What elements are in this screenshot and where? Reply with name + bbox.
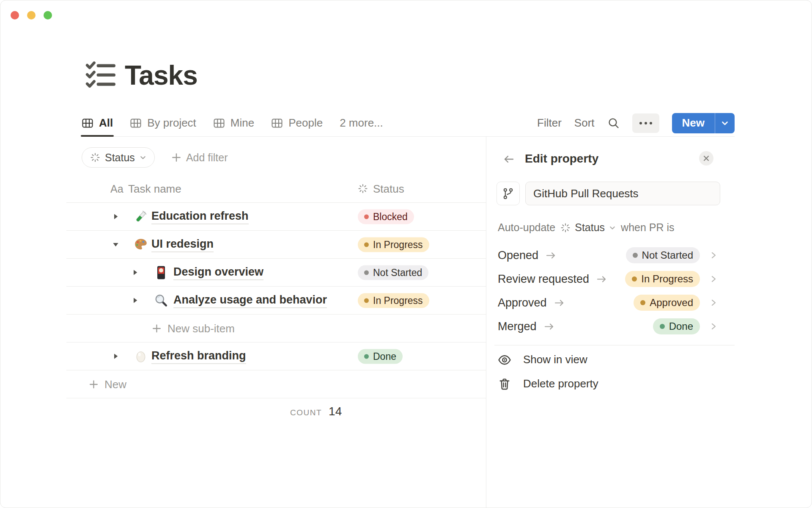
expand-toggle-icon[interactable] [110, 211, 121, 223]
mapping-row-merged[interactable]: Merged Done [498, 315, 718, 338]
task-name-link[interactable]: Analyze usage and behavior [173, 293, 327, 308]
status-badge[interactable]: In Progress [358, 237, 429, 252]
back-arrow-icon[interactable] [502, 153, 515, 167]
status-label: Done [669, 320, 693, 332]
pr-event-label: Opened [498, 249, 538, 262]
chevron-right-icon[interactable] [709, 322, 718, 331]
status-badge[interactable]: In Progress [358, 293, 429, 308]
auto-update-status-label: Status [575, 221, 605, 234]
table-row: Design overview Not Started [66, 259, 486, 287]
status-filter-label: Status [105, 152, 135, 164]
table-row: UI redesign In Progress [66, 231, 486, 259]
task-name-link[interactable]: Design overview [173, 265, 263, 280]
property-name-input[interactable] [525, 182, 720, 205]
status-label: Done [373, 351, 396, 362]
status-badge[interactable]: Approved [634, 295, 700, 311]
filter-button[interactable]: Filter [537, 116, 562, 130]
status-label: In Progress [373, 239, 423, 250]
tab-label: 2 more... [340, 116, 383, 130]
tab-label: Mine [230, 116, 254, 130]
status-label: In Progress [641, 273, 693, 285]
edit-property-panel: Edit property Auto-update [486, 137, 735, 508]
status-badge[interactable]: Not Started [626, 247, 700, 263]
collapse-toggle-icon[interactable] [110, 239, 121, 251]
chevron-right-icon[interactable] [709, 251, 718, 260]
filter-bar: Status Add filter [82, 147, 228, 168]
status-badge[interactable]: Not Started [358, 265, 428, 280]
window-controls [11, 11, 52, 19]
status-filter-chip[interactable]: Status [82, 147, 155, 168]
arrow-right-icon [554, 297, 565, 309]
tab-label: People [288, 116, 323, 130]
mapping-row-opened[interactable]: Opened Not Started [498, 243, 718, 267]
chevron-right-icon[interactable] [709, 275, 718, 283]
column-header-task-name[interactable]: Task name [128, 182, 181, 195]
status-badge[interactable]: Done [358, 349, 403, 364]
status-dot [660, 324, 665, 329]
table-icon [130, 117, 142, 129]
sort-button[interactable]: Sort [574, 116, 595, 130]
expand-toggle-icon[interactable] [129, 295, 141, 306]
expand-toggle-icon[interactable] [110, 351, 121, 362]
table-row: Refresh branding Done [66, 342, 486, 370]
status-burst-icon [358, 184, 368, 194]
property-name-row [497, 182, 720, 205]
status-dot [364, 354, 369, 359]
view-toolbar: Filter Sort New [537, 113, 735, 133]
close-window-button[interactable] [11, 11, 19, 19]
panel-title: Edit property [525, 152, 598, 166]
arrow-right-icon [596, 273, 607, 285]
status-badge[interactable]: Done [653, 318, 700, 334]
more-options-button[interactable] [632, 113, 659, 133]
status-badge[interactable]: Blocked [358, 209, 414, 224]
mapping-row-review-requested[interactable]: Review requested In Progress [498, 267, 718, 291]
search-icon[interactable] [607, 117, 620, 129]
column-header-status[interactable]: Status [358, 182, 404, 195]
palette-icon [133, 237, 148, 252]
show-in-view-button[interactable]: Show in view [498, 348, 718, 372]
task-name-link[interactable]: Education refresh [151, 209, 249, 224]
new-dropdown-button[interactable] [715, 113, 735, 133]
plus-icon [171, 152, 182, 163]
task-name-link[interactable]: UI redesign [151, 237, 214, 252]
chevron-right-icon[interactable] [709, 298, 718, 307]
tab-mine[interactable]: Mine [213, 110, 254, 136]
auto-update-status-select[interactable]: Status [560, 221, 616, 234]
view-tabs: All By project Mine People 2 more... [82, 110, 383, 136]
delete-property-button[interactable]: Delete property [498, 372, 718, 396]
tab-more-views[interactable]: 2 more... [340, 110, 383, 136]
panel-actions: Show in view Delete property [498, 348, 718, 396]
tasks-table: Aa Task name Status Educa [66, 175, 486, 425]
table-header-row: Aa Task name Status [66, 175, 486, 203]
status-burst-icon [90, 152, 100, 163]
table-icon [213, 117, 225, 129]
view-tab-bar: All By project Mine People 2 more... Fil… [82, 110, 735, 137]
add-filter-button[interactable]: Add filter [171, 152, 228, 164]
tab-label: All [99, 116, 113, 130]
tab-by-project[interactable]: By project [130, 110, 196, 136]
minimize-window-button[interactable] [27, 11, 36, 19]
close-icon[interactable] [699, 151, 713, 166]
column-header-label: Status [373, 182, 404, 195]
page-title-row: Tasks [85, 60, 198, 91]
new-task-row[interactable]: New [66, 370, 486, 398]
git-branch-icon[interactable] [497, 182, 520, 205]
tab-people[interactable]: People [271, 110, 323, 136]
zoom-window-button[interactable] [44, 11, 52, 19]
new-sub-item-row[interactable]: New sub-item [66, 315, 486, 342]
checklist-icon [85, 60, 116, 91]
status-dot [364, 270, 369, 275]
new-task-label: New [104, 378, 126, 391]
new-button[interactable]: New [672, 113, 715, 133]
count-calculation[interactable]: COUNT 14 [290, 405, 342, 418]
pr-event-label: Approved [498, 296, 547, 309]
trash-icon [498, 377, 511, 391]
auto-update-row: Auto-update Status when PR is [498, 221, 675, 234]
status-dot [364, 214, 369, 219]
expand-toggle-icon[interactable] [129, 267, 141, 279]
count-label: COUNT [290, 408, 322, 417]
mapping-row-approved[interactable]: Approved Approved [498, 291, 718, 315]
status-badge[interactable]: In Progress [625, 271, 700, 287]
task-name-link[interactable]: Refresh branding [151, 349, 246, 364]
tab-all[interactable]: All [82, 110, 113, 136]
